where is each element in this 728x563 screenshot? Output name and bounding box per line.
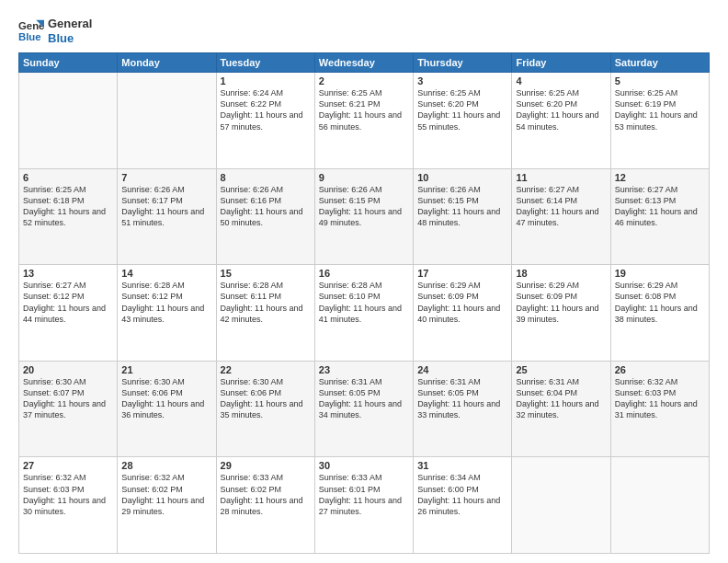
- weekday-header-friday: Friday: [512, 53, 610, 73]
- day-info: Sunrise: 6:30 AM Sunset: 6:06 PM Dayligh…: [121, 376, 211, 421]
- day-number: 26: [615, 364, 705, 375]
- day-number: 8: [221, 172, 311, 183]
- day-number: 15: [221, 268, 311, 279]
- day-info: Sunrise: 6:25 AM Sunset: 6:21 PM Dayligh…: [319, 87, 409, 132]
- day-number: 23: [319, 364, 409, 375]
- page: General Blue General Blue SundayMondayTu…: [0, 0, 728, 563]
- day-info: Sunrise: 6:27 AM Sunset: 6:13 PM Dayligh…: [615, 184, 705, 229]
- logo-text: General Blue: [48, 17, 92, 45]
- calendar-table: SundayMondayTuesdayWednesdayThursdayFrid…: [18, 52, 710, 554]
- weekday-header-monday: Monday: [118, 53, 216, 73]
- day-number: 2: [319, 75, 409, 86]
- calendar-cell: 11Sunrise: 6:27 AM Sunset: 6:14 PM Dayli…: [512, 168, 610, 265]
- day-info: Sunrise: 6:24 AM Sunset: 6:22 PM Dayligh…: [221, 87, 311, 132]
- calendar-cell: 21Sunrise: 6:30 AM Sunset: 6:06 PM Dayli…: [118, 361, 216, 457]
- day-info: Sunrise: 6:32 AM Sunset: 6:03 PM Dayligh…: [615, 376, 705, 421]
- calendar-cell: 22Sunrise: 6:30 AM Sunset: 6:06 PM Dayli…: [216, 361, 314, 457]
- day-number: 21: [121, 364, 211, 375]
- day-info: Sunrise: 6:25 AM Sunset: 6:19 PM Dayligh…: [615, 87, 705, 132]
- calendar-cell: 15Sunrise: 6:28 AM Sunset: 6:11 PM Dayli…: [216, 265, 314, 362]
- calendar-cell: 25Sunrise: 6:31 AM Sunset: 6:04 PM Dayli…: [512, 361, 610, 457]
- day-info: Sunrise: 6:26 AM Sunset: 6:15 PM Dayligh…: [417, 184, 507, 229]
- calendar-cell: 3Sunrise: 6:25 AM Sunset: 6:20 PM Daylig…: [414, 73, 512, 169]
- day-info: Sunrise: 6:31 AM Sunset: 6:05 PM Dayligh…: [319, 376, 409, 421]
- day-number: 31: [417, 460, 507, 471]
- calendar-cell: [19, 73, 118, 169]
- calendar-cell: 29Sunrise: 6:33 AM Sunset: 6:02 PM Dayli…: [216, 457, 314, 554]
- calendar-cell: 4Sunrise: 6:25 AM Sunset: 6:20 PM Daylig…: [512, 73, 610, 169]
- day-number: 18: [516, 268, 606, 279]
- day-info: Sunrise: 6:33 AM Sunset: 6:01 PM Dayligh…: [319, 472, 409, 517]
- day-number: 12: [615, 172, 705, 183]
- day-number: 7: [121, 172, 211, 183]
- calendar-cell: 19Sunrise: 6:29 AM Sunset: 6:08 PM Dayli…: [610, 265, 709, 362]
- day-number: 13: [23, 268, 113, 279]
- calendar-cell: 12Sunrise: 6:27 AM Sunset: 6:13 PM Dayli…: [610, 168, 709, 265]
- day-number: 25: [516, 364, 606, 375]
- calendar-week-4: 20Sunrise: 6:30 AM Sunset: 6:07 PM Dayli…: [19, 361, 710, 457]
- header: General Blue General Blue: [18, 17, 710, 45]
- day-info: Sunrise: 6:33 AM Sunset: 6:02 PM Dayligh…: [221, 472, 311, 517]
- calendar-cell: 14Sunrise: 6:28 AM Sunset: 6:12 PM Dayli…: [118, 265, 216, 362]
- weekday-header-sunday: Sunday: [19, 53, 118, 73]
- calendar-cell: 23Sunrise: 6:31 AM Sunset: 6:05 PM Dayli…: [314, 361, 413, 457]
- weekday-header-wednesday: Wednesday: [314, 53, 413, 73]
- logo: General Blue General Blue: [18, 17, 92, 45]
- calendar-cell: [512, 457, 610, 554]
- day-number: 9: [319, 172, 409, 183]
- day-info: Sunrise: 6:25 AM Sunset: 6:20 PM Dayligh…: [516, 87, 606, 132]
- day-info: Sunrise: 6:29 AM Sunset: 6:09 PM Dayligh…: [417, 280, 507, 325]
- day-number: 3: [417, 75, 507, 86]
- calendar-cell: 18Sunrise: 6:29 AM Sunset: 6:09 PM Dayli…: [512, 265, 610, 362]
- calendar-cell: 5Sunrise: 6:25 AM Sunset: 6:19 PM Daylig…: [610, 73, 709, 169]
- day-number: 27: [23, 460, 113, 471]
- day-info: Sunrise: 6:25 AM Sunset: 6:18 PM Dayligh…: [23, 184, 113, 229]
- day-number: 20: [23, 364, 113, 375]
- day-number: 14: [121, 268, 211, 279]
- day-info: Sunrise: 6:28 AM Sunset: 6:11 PM Dayligh…: [221, 280, 311, 325]
- day-info: Sunrise: 6:28 AM Sunset: 6:10 PM Dayligh…: [319, 280, 409, 325]
- calendar-cell: [118, 73, 216, 169]
- calendar-cell: 9Sunrise: 6:26 AM Sunset: 6:15 PM Daylig…: [314, 168, 413, 265]
- weekday-header-saturday: Saturday: [610, 53, 709, 73]
- day-info: Sunrise: 6:26 AM Sunset: 6:17 PM Dayligh…: [121, 184, 211, 229]
- day-info: Sunrise: 6:25 AM Sunset: 6:20 PM Dayligh…: [417, 87, 507, 132]
- day-number: 11: [516, 172, 606, 183]
- svg-text:Blue: Blue: [18, 30, 41, 41]
- day-number: 17: [417, 268, 507, 279]
- day-info: Sunrise: 6:30 AM Sunset: 6:07 PM Dayligh…: [23, 376, 113, 421]
- calendar-cell: 28Sunrise: 6:32 AM Sunset: 6:02 PM Dayli…: [118, 457, 216, 554]
- calendar-week-3: 13Sunrise: 6:27 AM Sunset: 6:12 PM Dayli…: [19, 265, 710, 362]
- day-info: Sunrise: 6:29 AM Sunset: 6:09 PM Dayligh…: [516, 280, 606, 325]
- day-info: Sunrise: 6:26 AM Sunset: 6:16 PM Dayligh…: [221, 184, 311, 229]
- day-info: Sunrise: 6:30 AM Sunset: 6:06 PM Dayligh…: [221, 376, 311, 421]
- calendar-cell: 20Sunrise: 6:30 AM Sunset: 6:07 PM Dayli…: [19, 361, 118, 457]
- day-info: Sunrise: 6:31 AM Sunset: 6:05 PM Dayligh…: [417, 376, 507, 421]
- calendar-cell: 17Sunrise: 6:29 AM Sunset: 6:09 PM Dayli…: [414, 265, 512, 362]
- day-number: 22: [221, 364, 311, 375]
- day-number: 5: [615, 75, 705, 86]
- day-number: 28: [121, 460, 211, 471]
- day-info: Sunrise: 6:34 AM Sunset: 6:00 PM Dayligh…: [417, 472, 507, 517]
- day-number: 1: [221, 75, 311, 86]
- calendar-cell: 6Sunrise: 6:25 AM Sunset: 6:18 PM Daylig…: [19, 168, 118, 265]
- day-info: Sunrise: 6:29 AM Sunset: 6:08 PM Dayligh…: [615, 280, 705, 325]
- day-number: 4: [516, 75, 606, 86]
- calendar-cell: 7Sunrise: 6:26 AM Sunset: 6:17 PM Daylig…: [118, 168, 216, 265]
- calendar-cell: [610, 457, 709, 554]
- calendar-cell: 26Sunrise: 6:32 AM Sunset: 6:03 PM Dayli…: [610, 361, 709, 457]
- day-info: Sunrise: 6:28 AM Sunset: 6:12 PM Dayligh…: [121, 280, 211, 325]
- day-info: Sunrise: 6:26 AM Sunset: 6:15 PM Dayligh…: [319, 184, 409, 229]
- calendar-cell: 31Sunrise: 6:34 AM Sunset: 6:00 PM Dayli…: [414, 457, 512, 554]
- day-info: Sunrise: 6:27 AM Sunset: 6:14 PM Dayligh…: [516, 184, 606, 229]
- calendar-cell: 27Sunrise: 6:32 AM Sunset: 6:03 PM Dayli…: [19, 457, 118, 554]
- calendar-cell: 13Sunrise: 6:27 AM Sunset: 6:12 PM Dayli…: [19, 265, 118, 362]
- day-number: 10: [417, 172, 507, 183]
- day-info: Sunrise: 6:32 AM Sunset: 6:02 PM Dayligh…: [121, 472, 211, 517]
- calendar-header-row: SundayMondayTuesdayWednesdayThursdayFrid…: [19, 53, 710, 73]
- weekday-header-tuesday: Tuesday: [216, 53, 314, 73]
- calendar-week-5: 27Sunrise: 6:32 AM Sunset: 6:03 PM Dayli…: [19, 457, 710, 554]
- calendar-week-1: 1Sunrise: 6:24 AM Sunset: 6:22 PM Daylig…: [19, 73, 710, 169]
- day-number: 19: [615, 268, 705, 279]
- day-number: 6: [23, 172, 113, 183]
